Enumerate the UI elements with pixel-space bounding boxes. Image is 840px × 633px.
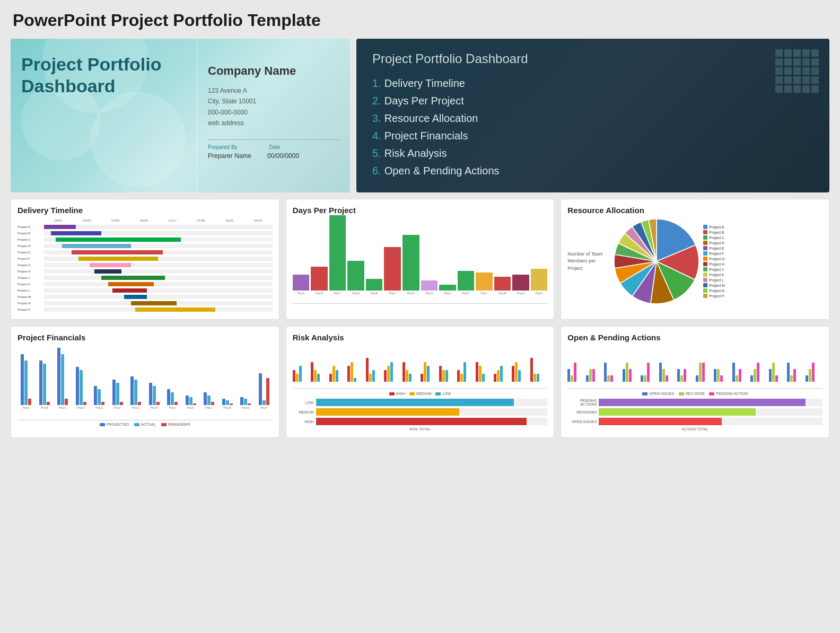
risk-bar [296, 374, 299, 382]
gantt-project-label: Project N [18, 302, 44, 305]
risk-analysis-panel: Risk Analysis HIGHMEDIUMLOW LOW MEDIUM H… [286, 326, 555, 438]
open-bar-chart [567, 346, 822, 389]
address-line2: City, State 10001 [208, 96, 339, 107]
bar-col: Proj G [402, 235, 419, 295]
open-hbar-row: OPEN ISSUES [567, 418, 822, 425]
top-row: Project Portfolio Dashboard Company Name… [11, 39, 829, 192]
fin-bar [222, 399, 225, 405]
open-pending-title: Open & Pending Actions [567, 333, 822, 342]
fin-legend-item: REMAINDER [161, 423, 190, 426]
legend-dot [703, 283, 707, 287]
prepared-by-label: Prepared By [208, 144, 238, 150]
bar-rect [421, 280, 438, 291]
risk-group [293, 366, 310, 382]
charts-row-2: Project Financials Proj AProj BProj CPro… [11, 326, 829, 438]
open-hbar-fill [599, 418, 722, 425]
risk-legend-item: LOW [435, 392, 451, 395]
bar-label: Proj H [425, 292, 433, 295]
open-bar [787, 363, 790, 382]
open-bar [589, 369, 592, 382]
fin-bar [76, 367, 79, 405]
fin-group [57, 348, 68, 405]
gantt-bar [78, 257, 159, 261]
toc-item: 5.Risk Analysis [372, 145, 813, 162]
legend-item: Project E [703, 246, 725, 250]
bar-label: Proj L [480, 292, 487, 295]
toc-number: 1. [372, 77, 381, 89]
fin-bar [47, 402, 50, 405]
risk-bar [442, 370, 445, 382]
fin-col: Proj G [127, 376, 144, 409]
open-legend-label: REV DONE [686, 392, 705, 395]
open-legend-dot [709, 392, 714, 395]
project-financials-panel: Project Financials Proj AProj BProj CPro… [11, 326, 279, 438]
fin-bar [39, 361, 42, 405]
bar-col: Proj M [494, 277, 511, 295]
gantt-date: 03/20 [73, 219, 101, 222]
fin-bar [120, 402, 123, 405]
risk-hbar-row: MEDIUM [293, 408, 548, 416]
fin-group [130, 376, 141, 405]
legend-dot [703, 257, 707, 261]
bar-label: Proj N [517, 292, 524, 295]
open-bar [610, 375, 613, 382]
open-bar [793, 369, 796, 382]
gantt-track [44, 225, 273, 229]
bar-col: Proj A [293, 275, 310, 295]
legend-item: Project K [703, 272, 725, 277]
fin-bar [211, 402, 214, 405]
risk-legend: HIGHMEDIUMLOW [293, 392, 548, 395]
fin-bar [80, 370, 83, 405]
risk-bar [329, 374, 332, 382]
fin-bar [83, 402, 86, 405]
risk-group [476, 362, 493, 382]
open-axis-title: ACTION TOTAL [567, 427, 822, 431]
legend-dot [703, 225, 707, 229]
days-per-project-title: Days Per Project [293, 206, 548, 215]
fin-label: Proj G [132, 406, 139, 409]
open-group [696, 363, 713, 382]
open-bar [812, 363, 815, 382]
risk-legend-label: LOW [442, 392, 451, 395]
toc-label: Risk Analysis [384, 147, 447, 159]
fin-group [167, 389, 178, 405]
open-bar [574, 363, 576, 382]
fin-legend-dot [134, 423, 139, 426]
fin-group [240, 397, 251, 405]
legend-label: Project G [709, 257, 724, 261]
fin-bar [61, 354, 64, 405]
gantt-track [44, 282, 273, 286]
gantt-bar [135, 307, 215, 312]
risk-legend-dot [389, 392, 395, 395]
risk-group [384, 362, 401, 382]
fin-col: Proj P [255, 373, 272, 409]
risk-bar [500, 366, 503, 382]
fin-label: Proj C [59, 406, 66, 409]
open-hbar-track [599, 418, 822, 425]
fin-bar [230, 403, 233, 405]
risk-legend-dot [409, 392, 415, 395]
gantt-row: Project B [18, 230, 273, 236]
gantt-project-label: Project G [18, 263, 44, 267]
fin-bar [24, 361, 28, 405]
bar-label: Proj D [352, 292, 360, 295]
open-pending-panel: Open & Pending Actions OPEN ISSUESREV DO… [561, 326, 829, 438]
fin-col: Proj J [164, 389, 181, 409]
gantt-date: 11/17 [158, 219, 187, 222]
legend-dot [703, 272, 707, 277]
gantt-project-label: Project L [18, 289, 44, 292]
fin-label: Proj B [41, 406, 48, 409]
open-group [769, 363, 786, 382]
gantt-row: Project M [18, 294, 273, 300]
risk-group [457, 362, 474, 382]
gantt-project-label: Project A [18, 225, 44, 228]
legend-label: Project N [709, 289, 724, 293]
bar-col: Proj D [347, 261, 364, 295]
fin-chart-wrapper: Proj AProj BProj CProj DProj EProj FProj… [18, 346, 273, 420]
resource-panel: Number of Team Members per Project Proje… [567, 219, 822, 304]
risk-bar-chart [293, 346, 548, 389]
risk-bar [387, 366, 390, 382]
gantt-project-label: Project E [18, 251, 44, 254]
open-bar [769, 369, 772, 382]
risk-hbar-row: LOW [293, 399, 548, 406]
